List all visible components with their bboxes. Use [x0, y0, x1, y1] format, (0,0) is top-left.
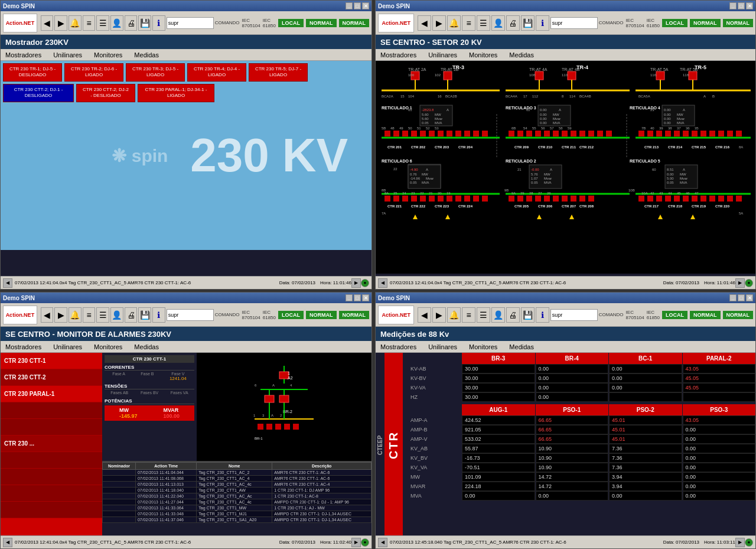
menu-medidas-q3[interactable]: Medidas: [132, 343, 161, 350]
list-btn-q2[interactable]: ≡: [462, 15, 475, 31]
print-btn-q2[interactable]: 🖨: [506, 15, 520, 31]
minimize-btn-q4[interactable]: _: [729, 294, 737, 301]
info-btn-q4[interactable]: ℹ: [536, 307, 549, 323]
minimize-btn-q2[interactable]: _: [729, 2, 737, 9]
alarm-item-8[interactable]: [1, 469, 102, 485]
scroll-left-q1[interactable]: ◀: [3, 278, 12, 288]
svg-text:TR-AT 5B: TR-AT 5B: [680, 67, 698, 72]
menu-monitores-q1[interactable]: Monitores: [92, 51, 125, 59]
list2-btn-q3[interactable]: ☰: [96, 307, 109, 323]
list-btn-q1[interactable]: ≡: [83, 15, 96, 31]
list2-btn-q1[interactable]: ☰: [96, 15, 109, 31]
list2-btn-q2[interactable]: ☰: [477, 15, 490, 31]
list-btn-q3[interactable]: ≡: [83, 307, 96, 323]
info-btn-q3[interactable]: ℹ: [152, 307, 165, 323]
back-btn-q1[interactable]: ◀: [41, 15, 54, 31]
maximize-btn-q2[interactable]: □: [738, 2, 745, 9]
user-input-q4[interactable]: [550, 309, 598, 321]
user-input-q3[interactable]: [167, 309, 214, 321]
scroll-left-q2[interactable]: ◀: [378, 278, 387, 288]
ctrl-btn-1[interactable]: CTR 230 TR-1; DJ-5 -DESLIGADO: [3, 63, 62, 82]
print-btn-q1[interactable]: 🖨: [125, 15, 138, 31]
close-btn-q4[interactable]: ✕: [746, 294, 753, 301]
alarm-item-3[interactable]: CTR 230 PARAL-1: [1, 386, 102, 402]
alarm-item-9[interactable]: [1, 485, 102, 502]
back-btn-q2[interactable]: ◀: [418, 15, 431, 31]
close-btn-q1[interactable]: ✕: [362, 2, 369, 9]
print-btn-q3[interactable]: 🖨: [125, 307, 138, 323]
maximize-btn-q3[interactable]: □: [354, 294, 361, 301]
minimize-btn-q1[interactable]: _: [346, 2, 353, 9]
menu-mostradores-q3[interactable]: Mostradores: [3, 343, 44, 350]
menu-unilinares-q4[interactable]: Unilinares: [426, 343, 460, 350]
save-btn-q2[interactable]: 💾: [521, 15, 535, 31]
alarm-item-6[interactable]: CTR 230 ...: [1, 436, 102, 452]
save-btn-q3[interactable]: 💾: [138, 307, 151, 323]
ctrl-btn-6[interactable]: CTR 230 CTT-2; DJ-1 - DESLIGADO: [3, 84, 74, 102]
menu-mostradores-q2[interactable]: Mostradores: [378, 51, 419, 59]
info-btn-q2[interactable]: ℹ: [536, 15, 549, 31]
alarm-item-1[interactable]: CTR 230 CTT-1: [1, 353, 102, 369]
maximize-btn-q1[interactable]: □: [354, 2, 361, 9]
svg-rect-81: [384, 131, 390, 137]
alarm-item-10[interactable]: [1, 502, 102, 518]
alarm-item-5[interactable]: [1, 419, 102, 436]
maximize-btn-q4[interactable]: □: [738, 294, 745, 301]
scroll-left-q3[interactable]: ◀: [3, 538, 12, 547]
back-btn-q4[interactable]: ◀: [418, 307, 431, 323]
forward-btn-q3[interactable]: ▶: [54, 307, 67, 323]
alarm-btn-q3[interactable]: 🔔: [69, 307, 82, 323]
iec2-label-q1: IEC 61850: [263, 18, 276, 28]
scroll-right-q4[interactable]: ▶: [735, 538, 745, 547]
menu-monitores-q3[interactable]: Monitores: [92, 343, 125, 350]
menu-medidas-q2[interactable]: Medidas: [507, 51, 536, 59]
user-input-q1[interactable]: [167, 17, 214, 29]
alarm-btn-q4[interactable]: 🔔: [447, 307, 461, 323]
menu-unilinares-q3[interactable]: Unilinares: [51, 343, 84, 350]
ctrl-btn-8[interactable]: CTR 230 PARAL-1; DJ-34-1 - LIGADO: [138, 84, 214, 102]
alarm-btn-q1[interactable]: 🔔: [69, 15, 82, 31]
ctrl-btn-4[interactable]: CTR 230 TR-4; DJ-4 - LIGADO: [187, 63, 246, 82]
save-btn-q1[interactable]: 💾: [138, 15, 151, 31]
alarm-btn-q2[interactable]: 🔔: [447, 15, 461, 31]
log-header-desc: Descrição: [272, 463, 372, 470]
menu-mostradores-q1[interactable]: Mostradores: [3, 51, 44, 59]
forward-btn-q2[interactable]: ▶: [432, 15, 446, 31]
alarm-item-4[interactable]: [1, 402, 102, 419]
scroll-right-q2[interactable]: ▶: [735, 278, 745, 288]
val-mva-pso3: 0.00: [683, 491, 756, 501]
menu-mostradores-q4[interactable]: Mostradores: [378, 343, 419, 350]
menu-medidas-q4[interactable]: Medidas: [507, 343, 536, 350]
menu-unilinares-q2[interactable]: Unilinares: [426, 51, 460, 59]
person-btn-q1[interactable]: 👤: [110, 15, 123, 31]
forward-btn-q1[interactable]: ▶: [54, 15, 67, 31]
person-btn-q2[interactable]: 👤: [491, 15, 505, 31]
menu-monitores-q4[interactable]: Monitores: [467, 343, 500, 350]
close-btn-q3[interactable]: ✕: [362, 294, 369, 301]
person-btn-q4[interactable]: 👤: [491, 307, 505, 323]
info-btn-q1[interactable]: ℹ: [152, 15, 165, 31]
svg-text:BR-1: BR-1: [255, 437, 263, 440]
list-btn-q4[interactable]: ≡: [462, 307, 475, 323]
list2-btn-q4[interactable]: ☰: [477, 307, 490, 323]
menu-unilinares-q1[interactable]: Unilinares: [51, 51, 84, 59]
alarm-item-7[interactable]: [1, 452, 102, 469]
person-btn-q3[interactable]: 👤: [110, 307, 123, 323]
alarm-item-2[interactable]: CTR 230 CTT-2: [1, 369, 102, 386]
menu-medidas-q1[interactable]: Medidas: [132, 51, 161, 59]
back-btn-q3[interactable]: ◀: [41, 307, 54, 323]
forward-btn-q4[interactable]: ▶: [432, 307, 446, 323]
save-btn-q4[interactable]: 💾: [521, 307, 535, 323]
ctrl-btn-3[interactable]: CTR 230 TR-3; DJ-5 - LIGADO: [126, 63, 185, 82]
print-btn-q4[interactable]: 🖨: [506, 307, 520, 323]
scroll-right-q3[interactable]: ▶: [351, 538, 361, 547]
user-input-q2[interactable]: [550, 17, 598, 29]
scroll-left-q4[interactable]: ◀: [378, 538, 387, 547]
minimize-btn-q3[interactable]: _: [346, 294, 353, 301]
close-btn-q2[interactable]: ✕: [746, 2, 753, 9]
ctrl-btn-7[interactable]: CTR 230 CTT-2; DJ-2 - DESLIGADO: [76, 84, 135, 102]
scroll-right-q1[interactable]: ▶: [351, 278, 361, 288]
menu-monitores-q2[interactable]: Monitores: [467, 51, 500, 59]
ctrl-btn-2[interactable]: CTR 230 TR-2; DJ-6 - LIGADO: [64, 63, 123, 82]
ctrl-btn-5[interactable]: CTR 230 TR-5; DJ-7 - LIGADO: [249, 63, 308, 82]
